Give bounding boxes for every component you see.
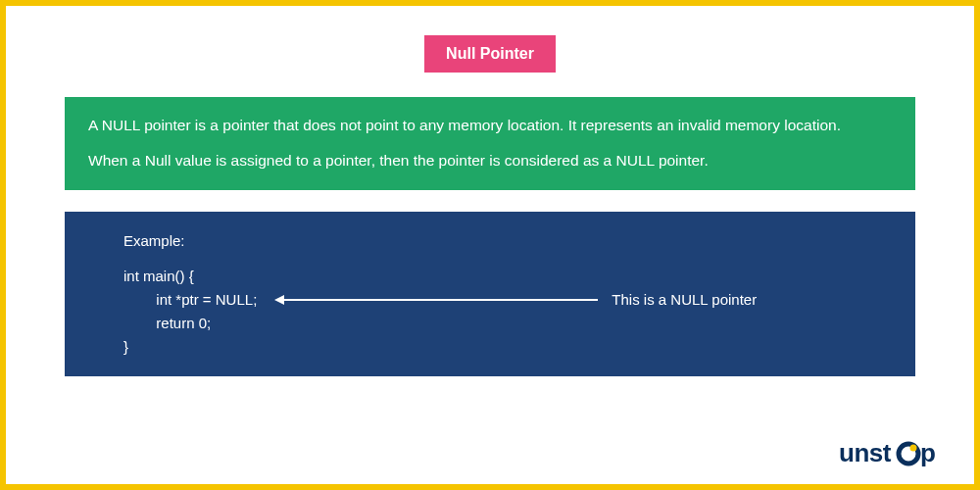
code-line-4: } [123, 335, 892, 359]
example-code-box: Example: int main() { int *ptr = NULL; T… [65, 212, 915, 376]
svg-text:unst: unst [839, 438, 892, 467]
svg-point-2 [910, 445, 917, 452]
unstop-logo-icon: unst p [839, 437, 947, 470]
arrow-icon [274, 295, 598, 305]
title-text: Null Pointer [446, 45, 534, 62]
code-line-1: int main() { [123, 265, 892, 288]
brand-logo: unst p [839, 437, 947, 470]
title-badge: Null Pointer [424, 35, 556, 73]
code-line-3: return 0; [123, 312, 892, 335]
svg-text:p: p [920, 438, 935, 467]
description-paragraph-2: When a Null value is assigned to a point… [88, 150, 892, 172]
document-frame: Null Pointer A NULL pointer is a pointer… [0, 0, 980, 490]
description-paragraph-1: A NULL pointer is a pointer that does no… [88, 115, 892, 136]
example-label: Example: [123, 229, 892, 253]
code-annotation: This is a NULL pointer [612, 288, 757, 312]
description-box: A NULL pointer is a pointer that does no… [65, 97, 915, 190]
annotated-code-line: int *ptr = NULL; This is a NULL pointer [123, 288, 892, 312]
code-line-2: int *ptr = NULL; [123, 288, 257, 312]
